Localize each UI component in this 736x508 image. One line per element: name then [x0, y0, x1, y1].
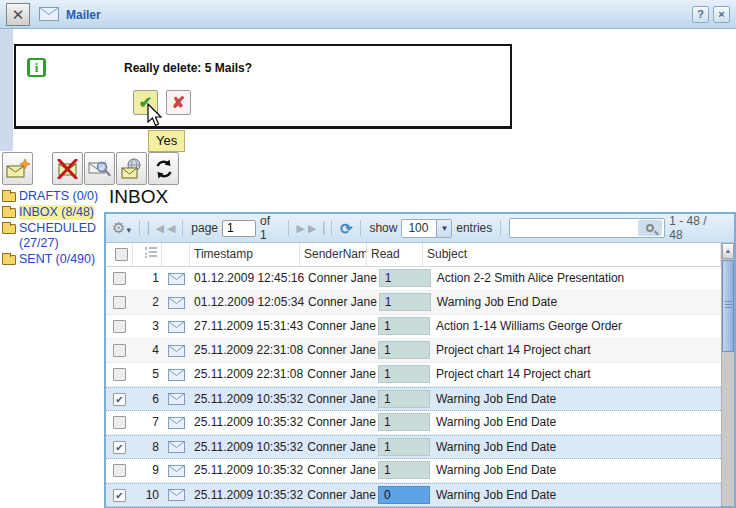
timestamp-cell: 25.11.2009 10:35:32	[190, 436, 303, 458]
row-checkbox[interactable]	[106, 339, 133, 362]
table-header: Timestamp SenderName Read Subject	[106, 243, 721, 267]
sender-cell: Conner Jane	[303, 388, 376, 410]
page-size-select[interactable]: 100 ▼	[401, 219, 452, 238]
divider	[360, 220, 361, 236]
delete-mail-button[interactable]	[52, 152, 83, 185]
page-input[interactable]	[222, 220, 256, 237]
row-checkbox[interactable]	[106, 411, 133, 434]
last-page-button[interactable]: ▶▕	[308, 222, 323, 235]
column-header-subject[interactable]: Subject	[423, 243, 721, 266]
table-row[interactable]: 525.11.2009 22:31:08Conner Jane1Project …	[106, 363, 721, 387]
search-mail-button[interactable]	[84, 152, 115, 185]
fetch-mail-button[interactable]	[116, 152, 147, 185]
show-label: show	[369, 221, 397, 235]
search-icon	[646, 224, 654, 232]
mail-icon-column-header	[162, 243, 190, 266]
search-button[interactable]	[638, 220, 662, 236]
read-cell: 1	[376, 459, 432, 482]
read-cell: 1	[376, 436, 432, 458]
read-cell: 0	[376, 484, 432, 506]
scrollbar-thumb[interactable]	[722, 260, 734, 352]
folder-icon	[2, 192, 16, 202]
folder-icon	[2, 224, 16, 234]
help-button[interactable]: ?	[692, 6, 709, 23]
info-icon: i	[26, 57, 47, 82]
timestamp-cell: 01.12.2009 12:05:34	[190, 291, 304, 314]
table-row[interactable]: 327.11.2009 15:31:43Conner Jane1Action 1…	[106, 315, 721, 339]
row-checkbox[interactable]	[106, 459, 133, 482]
row-checkbox[interactable]	[106, 315, 133, 338]
subject-cell: Action 1-14 Williams George Order	[432, 315, 721, 338]
grid-settings-button[interactable]: ⚙▾	[112, 220, 131, 236]
select-all-checkbox[interactable]	[106, 243, 133, 266]
first-page-button[interactable]: ▏◀	[148, 222, 163, 235]
folder-sidebar: DRAFTS (0/0) INBOX (8/48) SCHEDULED (27/…	[2, 189, 104, 268]
read-cell: 1	[376, 363, 432, 386]
mailer-window: ✕ Mailer ? × i Really delete: 5 Mails? ✔…	[0, 0, 736, 508]
table-row[interactable]: 925.11.2009 10:35:32Conner Jane1Warning …	[106, 459, 721, 483]
folder-icon	[2, 208, 16, 218]
mail-grid: ⚙▾ ▏◀ ◀ page of 1 ▶ ▶▕ ⟳ show 100 ▼ entr…	[104, 212, 736, 508]
row-number: 1	[133, 267, 162, 290]
divider	[288, 220, 289, 236]
refresh-grid-icon[interactable]: ⟳	[340, 221, 353, 236]
divider	[331, 220, 332, 236]
timestamp-cell: 25.11.2009 10:35:32	[190, 411, 303, 434]
next-page-button[interactable]: ▶	[297, 222, 304, 235]
table-row[interactable]: 101.12.2009 12:45:16Conner Jane1Action 2…	[106, 267, 721, 291]
search-input[interactable]	[510, 220, 638, 236]
read-cell: 1	[377, 267, 433, 290]
scroll-up-arrow-icon[interactable]: ▲	[722, 243, 734, 259]
new-mail-button[interactable]	[2, 152, 33, 185]
row-checkbox[interactable]	[106, 267, 133, 290]
subject-cell: Project chart 14 Project chart	[432, 363, 721, 386]
mail-icon	[162, 267, 190, 290]
yes-tooltip: Yes	[148, 130, 185, 152]
confirm-no-button[interactable]: ✘	[166, 90, 191, 115]
column-header-sender[interactable]: SenderName	[300, 243, 367, 266]
subject-cell: Warning Job End Date	[432, 459, 721, 482]
timestamp-cell: 25.11.2009 10:35:32	[190, 484, 303, 506]
title-bar: ✕ Mailer ? ×	[0, 0, 736, 29]
row-checkbox[interactable]	[106, 363, 133, 386]
sidebar-item-inbox[interactable]: INBOX (8/48)	[2, 205, 104, 220]
divider	[500, 220, 501, 236]
mail-icon	[162, 388, 190, 410]
refresh-button[interactable]	[148, 152, 179, 185]
column-header-read[interactable]: Read	[367, 243, 423, 266]
sidebar-item-scheduled[interactable]: SCHEDULED (27/27)	[2, 221, 104, 251]
mail-icon	[162, 291, 190, 314]
table-row[interactable]: 201.12.2009 12:05:34Conner Jane1Warning …	[106, 291, 721, 315]
table-row[interactable]: ✔1025.11.2009 10:35:32Conner Jane0Warnin…	[106, 483, 721, 507]
subject-cell: Warning Job End Date	[433, 291, 721, 314]
mail-icon	[162, 459, 190, 482]
row-checkbox[interactable]: ✔	[106, 388, 133, 410]
chevron-down-icon: ▾	[126, 225, 131, 235]
close-button[interactable]: ×	[713, 6, 730, 23]
row-checkbox[interactable]	[106, 291, 133, 314]
sidebar-item-drafts[interactable]: DRAFTS (0/0)	[2, 189, 104, 204]
sender-cell: Conner Jane	[303, 363, 376, 386]
sidebar-item-sent[interactable]: SENT (0/490)	[2, 252, 104, 267]
table-row[interactable]: 425.11.2009 22:31:08Conner Jane1Project …	[106, 339, 721, 363]
vertical-scrollbar[interactable]: ▲	[721, 243, 734, 506]
row-checkbox[interactable]: ✔	[106, 436, 133, 458]
thumb-grip-icon	[725, 301, 732, 309]
mail-icon	[162, 339, 190, 362]
read-cell: 1	[376, 339, 432, 362]
sender-cell: Conner Jane	[303, 436, 376, 458]
table-row[interactable]: ✔825.11.2009 10:35:32Conner Jane1Warning…	[106, 435, 721, 459]
row-number: 10	[133, 484, 162, 506]
table-row[interactable]: 725.11.2009 10:35:32Conner Jane1Warning …	[106, 411, 721, 435]
column-header-timestamp[interactable]: Timestamp	[190, 243, 300, 266]
sender-cell: Conner Jane	[303, 484, 376, 506]
search-box	[509, 218, 665, 238]
prev-page-button[interactable]: ◀	[167, 222, 174, 235]
row-checkbox[interactable]: ✔	[106, 484, 133, 506]
sender-cell: Conner Jane	[304, 291, 377, 314]
divider	[182, 220, 183, 236]
table-row[interactable]: ✔625.11.2009 10:35:32Conner Jane1Warning…	[106, 387, 721, 411]
row-number: 4	[133, 339, 162, 362]
sender-cell: Conner Jane	[303, 459, 376, 482]
row-number: 3	[133, 315, 162, 338]
